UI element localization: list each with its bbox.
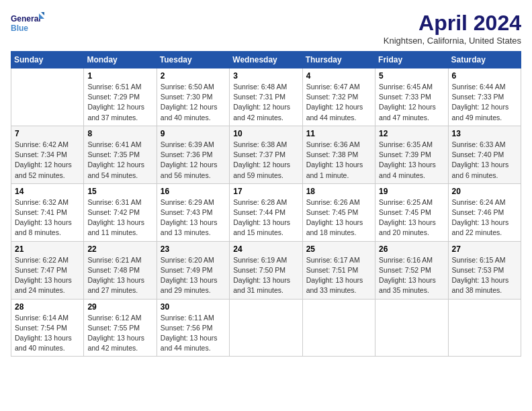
day-info: Sunrise: 6:19 AMSunset: 7:50 PMDaylight:… <box>233 255 298 296</box>
week-row-1: 1Sunrise: 6:51 AMSunset: 7:29 PMDaylight… <box>11 68 521 126</box>
week-row-3: 14Sunrise: 6:32 AMSunset: 7:41 PMDayligh… <box>11 183 521 241</box>
day-info: Sunrise: 6:39 AMSunset: 7:36 PMDaylight:… <box>161 140 226 181</box>
day-info: Sunrise: 6:51 AMSunset: 7:29 PMDaylight:… <box>87 82 152 123</box>
day-number: 17 <box>233 187 298 196</box>
day-info: Sunrise: 6:16 AMSunset: 7:52 PMDaylight:… <box>379 255 444 296</box>
page-header: General Blue April 2024 Knightsen, Calif… <box>11 11 521 46</box>
day-info: Sunrise: 6:17 AMSunset: 7:51 PMDaylight:… <box>306 255 371 296</box>
day-number: 30 <box>161 302 226 312</box>
day-cell: 27Sunrise: 6:15 AMSunset: 7:53 PMDayligh… <box>448 241 521 299</box>
header-day-monday: Monday <box>84 52 157 68</box>
day-number: 24 <box>233 244 298 254</box>
day-cell: 7Sunrise: 6:42 AMSunset: 7:34 PMDaylight… <box>11 126 84 183</box>
day-cell: 26Sunrise: 6:16 AMSunset: 7:52 PMDayligh… <box>375 241 448 299</box>
day-number: 15 <box>87 187 152 196</box>
header-day-thursday: Thursday <box>302 52 375 68</box>
day-cell: 9Sunrise: 6:39 AMSunset: 7:36 PMDaylight… <box>157 126 229 183</box>
day-info: Sunrise: 6:22 AMSunset: 7:47 PMDaylight:… <box>15 255 80 296</box>
day-number: 12 <box>379 129 444 138</box>
day-number: 14 <box>15 187 80 196</box>
day-number: 1 <box>87 71 152 81</box>
day-number: 19 <box>379 187 444 196</box>
day-cell <box>302 299 375 357</box>
day-info: Sunrise: 6:42 AMSunset: 7:34 PMDaylight:… <box>15 140 80 181</box>
day-cell: 10Sunrise: 6:38 AMSunset: 7:37 PMDayligh… <box>230 126 302 183</box>
day-number: 7 <box>15 129 80 138</box>
day-info: Sunrise: 6:25 AMSunset: 7:45 PMDaylight:… <box>379 197 444 238</box>
day-cell: 23Sunrise: 6:20 AMSunset: 7:49 PMDayligh… <box>157 241 229 299</box>
day-info: Sunrise: 6:47 AMSunset: 7:32 PMDaylight:… <box>306 82 371 123</box>
logo: General Blue <box>11 11 44 39</box>
day-info: Sunrise: 6:28 AMSunset: 7:44 PMDaylight:… <box>233 197 298 238</box>
month-title: April 2024 <box>384 11 521 36</box>
day-info: Sunrise: 6:26 AMSunset: 7:45 PMDaylight:… <box>306 197 371 238</box>
day-cell: 6Sunrise: 6:44 AMSunset: 7:33 PMDaylight… <box>448 68 521 126</box>
week-row-5: 28Sunrise: 6:14 AMSunset: 7:54 PMDayligh… <box>11 299 521 357</box>
day-info: Sunrise: 6:48 AMSunset: 7:31 PMDaylight:… <box>233 82 298 123</box>
day-cell: 13Sunrise: 6:33 AMSunset: 7:40 PMDayligh… <box>448 126 521 183</box>
day-cell: 24Sunrise: 6:19 AMSunset: 7:50 PMDayligh… <box>230 241 302 299</box>
svg-marker-3 <box>41 12 44 15</box>
day-number: 2 <box>161 71 226 81</box>
day-info: Sunrise: 6:50 AMSunset: 7:30 PMDaylight:… <box>161 82 226 123</box>
header-day-wednesday: Wednesday <box>230 52 302 68</box>
day-info: Sunrise: 6:33 AMSunset: 7:40 PMDaylight:… <box>452 140 517 181</box>
day-number: 27 <box>452 244 517 254</box>
day-cell: 15Sunrise: 6:31 AMSunset: 7:42 PMDayligh… <box>84 183 157 241</box>
day-info: Sunrise: 6:15 AMSunset: 7:53 PMDaylight:… <box>452 255 517 296</box>
header-day-tuesday: Tuesday <box>157 52 229 68</box>
day-number: 20 <box>452 187 517 196</box>
week-row-4: 21Sunrise: 6:22 AMSunset: 7:47 PMDayligh… <box>11 241 521 299</box>
svg-text:General: General <box>11 14 41 24</box>
day-cell: 30Sunrise: 6:11 AMSunset: 7:56 PMDayligh… <box>157 299 229 357</box>
header-day-friday: Friday <box>375 52 448 68</box>
day-number: 22 <box>87 244 152 254</box>
day-cell <box>11 68 84 126</box>
day-info: Sunrise: 6:21 AMSunset: 7:48 PMDaylight:… <box>87 255 152 296</box>
day-info: Sunrise: 6:31 AMSunset: 7:42 PMDaylight:… <box>87 197 152 238</box>
day-cell: 22Sunrise: 6:21 AMSunset: 7:48 PMDayligh… <box>84 241 157 299</box>
calendar-table: SundayMondayTuesdayWednesdayThursdayFrid… <box>11 51 521 357</box>
logo-svg: General Blue <box>11 11 44 39</box>
week-row-2: 7Sunrise: 6:42 AMSunset: 7:34 PMDaylight… <box>11 126 521 183</box>
day-cell: 20Sunrise: 6:24 AMSunset: 7:46 PMDayligh… <box>448 183 521 241</box>
day-info: Sunrise: 6:45 AMSunset: 7:33 PMDaylight:… <box>379 82 444 123</box>
day-cell: 5Sunrise: 6:45 AMSunset: 7:33 PMDaylight… <box>375 68 448 126</box>
day-cell: 1Sunrise: 6:51 AMSunset: 7:29 PMDaylight… <box>84 68 157 126</box>
title-block: April 2024 Knightsen, California, United… <box>384 11 521 46</box>
day-number: 13 <box>452 129 517 138</box>
day-number: 29 <box>87 302 152 312</box>
day-cell: 18Sunrise: 6:26 AMSunset: 7:45 PMDayligh… <box>302 183 375 241</box>
day-info: Sunrise: 6:14 AMSunset: 7:54 PMDaylight:… <box>15 313 80 354</box>
day-cell <box>448 299 521 357</box>
day-info: Sunrise: 6:12 AMSunset: 7:55 PMDaylight:… <box>87 313 152 354</box>
day-number: 5 <box>379 71 444 81</box>
day-cell <box>230 299 302 357</box>
day-cell: 12Sunrise: 6:35 AMSunset: 7:39 PMDayligh… <box>375 126 448 183</box>
day-info: Sunrise: 6:41 AMSunset: 7:35 PMDaylight:… <box>87 140 152 181</box>
day-number: 10 <box>233 129 298 138</box>
day-number: 23 <box>161 244 226 254</box>
day-info: Sunrise: 6:35 AMSunset: 7:39 PMDaylight:… <box>379 140 444 181</box>
day-number: 9 <box>161 129 226 138</box>
day-number: 6 <box>452 71 517 81</box>
day-number: 25 <box>306 244 371 254</box>
day-info: Sunrise: 6:38 AMSunset: 7:37 PMDaylight:… <box>233 140 298 181</box>
day-info: Sunrise: 6:24 AMSunset: 7:46 PMDaylight:… <box>452 197 517 238</box>
day-cell: 11Sunrise: 6:36 AMSunset: 7:38 PMDayligh… <box>302 126 375 183</box>
day-cell: 14Sunrise: 6:32 AMSunset: 7:41 PMDayligh… <box>11 183 84 241</box>
day-number: 18 <box>306 187 371 196</box>
day-number: 11 <box>306 129 371 138</box>
location: Knightsen, California, United States <box>384 36 521 46</box>
day-info: Sunrise: 6:11 AMSunset: 7:56 PMDaylight:… <box>161 313 226 354</box>
header-day-sunday: Sunday <box>11 52 84 68</box>
header-row: SundayMondayTuesdayWednesdayThursdayFrid… <box>11 52 521 68</box>
day-info: Sunrise: 6:32 AMSunset: 7:41 PMDaylight:… <box>15 197 80 238</box>
day-cell: 29Sunrise: 6:12 AMSunset: 7:55 PMDayligh… <box>84 299 157 357</box>
header-day-saturday: Saturday <box>448 52 521 68</box>
day-info: Sunrise: 6:20 AMSunset: 7:49 PMDaylight:… <box>161 255 226 296</box>
day-info: Sunrise: 6:36 AMSunset: 7:38 PMDaylight:… <box>306 140 371 181</box>
day-cell: 28Sunrise: 6:14 AMSunset: 7:54 PMDayligh… <box>11 299 84 357</box>
day-cell: 2Sunrise: 6:50 AMSunset: 7:30 PMDaylight… <box>157 68 229 126</box>
day-number: 4 <box>306 71 371 81</box>
